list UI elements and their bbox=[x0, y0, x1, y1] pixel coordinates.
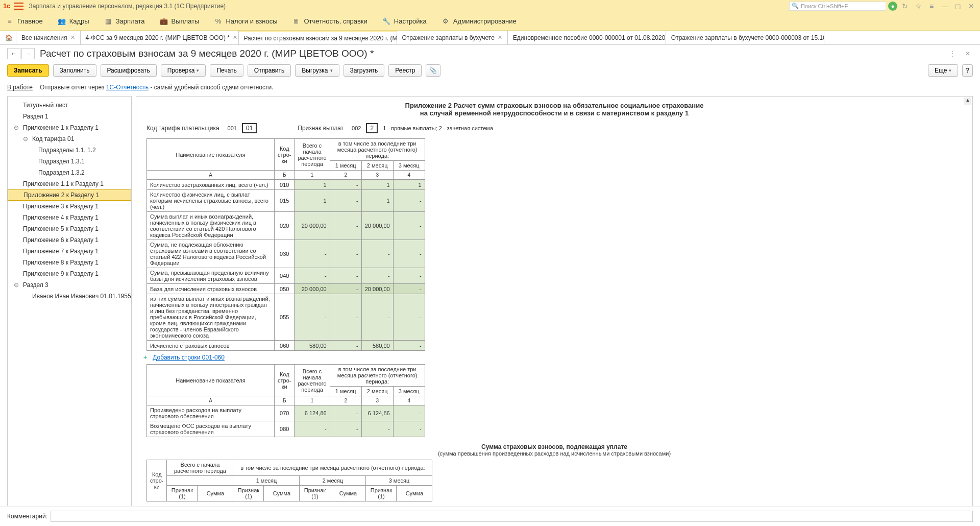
menu-main[interactable]: ≡Главное bbox=[5, 17, 43, 26]
tree-label: Раздел 3 bbox=[23, 281, 48, 289]
global-search[interactable]: 🔍 Поиск Ctrl+Shift+F bbox=[789, 2, 886, 11]
tree-node[interactable]: Приложение 4 к Разделу 1 bbox=[8, 212, 131, 223]
star-icon[interactable]: ☆ bbox=[913, 1, 924, 12]
registry-button[interactable]: Реестр bbox=[388, 64, 422, 77]
tree-node[interactable]: Подраздел 1.3.1 bbox=[8, 156, 131, 167]
menu-admin[interactable]: ⚙Администрирование bbox=[441, 17, 517, 26]
table-row[interactable]: Сумма выплат и иных вознаграждений, начи… bbox=[147, 212, 425, 240]
table-row[interactable]: Исчислено страховых взносов 060 580,00 -… bbox=[147, 341, 425, 351]
tree-node[interactable]: Приложение 2 к Разделу 1 bbox=[8, 189, 131, 201]
report-content[interactable]: ▲ Приложение 2 Расчет сумм страховых взн… bbox=[136, 96, 973, 510]
status-badge[interactable]: В работе bbox=[7, 84, 33, 91]
notification-icon[interactable]: ● bbox=[888, 2, 897, 11]
help-button[interactable]: ? bbox=[962, 64, 973, 77]
menu-nalogi[interactable]: %Налоги и взносы bbox=[213, 17, 277, 26]
maximize-icon[interactable]: ◻ bbox=[952, 1, 964, 12]
tree-node[interactable]: Раздел 1 bbox=[8, 111, 131, 122]
tree-node[interactable]: Титульный лист bbox=[8, 100, 131, 111]
export-button[interactable]: Выгрузка bbox=[295, 64, 339, 77]
briefcase-icon: 💼 bbox=[159, 17, 168, 26]
tree-node[interactable]: ⊖Приложение 1 к Разделу 1 bbox=[8, 122, 131, 133]
close-icon[interactable]: ✕ bbox=[233, 34, 237, 41]
attachment-button[interactable]: 📎 bbox=[426, 64, 440, 77]
tree-label: Приложение 7 к Разделу 1 bbox=[23, 248, 99, 255]
status-line: В работе Отправьте отчет через 1С-Отчетн… bbox=[0, 82, 980, 96]
save-button[interactable]: Записать bbox=[7, 64, 49, 77]
nav-tree[interactable]: Титульный листРаздел 1⊖Приложение 1 к Ра… bbox=[7, 96, 132, 510]
decode-button[interactable]: Расшифровать bbox=[101, 64, 157, 77]
table-row[interactable]: Сумма, превышающая предельную величину б… bbox=[147, 268, 425, 284]
tree-node[interactable]: Приложение 3 к Разделу 1 bbox=[8, 201, 131, 212]
table-row[interactable]: Количество физических лиц, с выплат кото… bbox=[147, 190, 425, 212]
tree-node[interactable]: Приложение 9 к Разделу 1 bbox=[8, 268, 131, 279]
report-table-3: Код стро­ки Всего с начала расчетного пе… bbox=[146, 460, 432, 501]
sub-title2: (сумма превышения произведенных расходов… bbox=[142, 450, 966, 457]
tariff-value[interactable]: 01 bbox=[242, 123, 257, 133]
tab-5[interactable]: Отражение зарплаты в бухучете 0000-00000… bbox=[666, 31, 824, 44]
menu-icon[interactable]: ≡ bbox=[926, 1, 937, 12]
table-row[interactable]: База для исчисления страховых взносов 05… bbox=[147, 284, 425, 294]
send-button[interactable]: Отправить bbox=[248, 64, 291, 77]
table-row[interactable]: Сумма, не подлежащая обложению страховым… bbox=[147, 240, 425, 268]
close-icon[interactable]: ✕ bbox=[966, 1, 977, 12]
tree-node[interactable]: Приложение 8 к Разделу 1 bbox=[8, 257, 131, 268]
report-link[interactable]: 1С-Отчетность bbox=[106, 84, 149, 91]
tab-2[interactable]: Расчет по страховым взносам за 9 месяцев… bbox=[239, 31, 397, 44]
tab-4[interactable]: Единовременное пособие 0000-000001 от 01… bbox=[508, 31, 666, 44]
options-icon[interactable]: ⋮ bbox=[947, 50, 958, 57]
people-icon: 👥 bbox=[57, 17, 66, 26]
tree-node[interactable]: Иванов Иван Иванович 01.01.1955 bbox=[8, 291, 131, 302]
tree-node[interactable]: Приложение 7 к Разделу 1 bbox=[8, 246, 131, 257]
more-button[interactable]: Еще bbox=[928, 64, 958, 77]
home-tab[interactable]: 🏠 bbox=[2, 31, 16, 44]
tree-toggle-icon[interactable]: ⊖ bbox=[14, 281, 20, 289]
tree-label: Приложение 5 к Разделу 1 bbox=[23, 225, 99, 232]
fill-button[interactable]: Заполнить bbox=[53, 64, 96, 77]
tree-label: Приложение 6 к Разделу 1 bbox=[23, 236, 99, 244]
tree-label: Приложение 8 к Разделу 1 bbox=[23, 259, 99, 266]
table-row[interactable]: из них сумма выплат и иных вознаграждени… bbox=[147, 294, 425, 341]
minimize-icon[interactable]: — bbox=[939, 1, 950, 12]
close-icon[interactable]: ✕ bbox=[498, 34, 502, 41]
report-table-1: Наименование показателя Код стро­ки Всег… bbox=[146, 138, 425, 351]
load-button[interactable]: Загрузить bbox=[344, 64, 385, 77]
burger-icon[interactable] bbox=[14, 3, 23, 10]
tree-node[interactable]: Приложение 6 к Разделу 1 bbox=[8, 234, 131, 246]
tree-node[interactable]: Подраздел 1.3.2 bbox=[8, 167, 131, 178]
forward-button[interactable]: → bbox=[21, 48, 35, 59]
tree-label: Приложение 1 к Разделу 1 bbox=[23, 124, 99, 131]
check-button[interactable]: Проверка bbox=[161, 64, 206, 77]
tree-node[interactable]: Подразделы 1.1, 1.2 bbox=[8, 145, 131, 156]
toolbar: Записать Заполнить Расшифровать Проверка… bbox=[0, 62, 980, 82]
sign-value[interactable]: 2 bbox=[366, 123, 378, 133]
scroll-top-icon[interactable]: ▲ bbox=[964, 98, 971, 105]
back-button[interactable]: ← bbox=[7, 48, 20, 59]
table-row[interactable]: Количество застрахованных лиц, всего (че… bbox=[147, 180, 425, 190]
menu-vyplaty[interactable]: 💼Выплаты bbox=[159, 17, 200, 26]
history-icon[interactable]: ↻ bbox=[899, 1, 911, 12]
menu-kadry[interactable]: 👥Кадры bbox=[57, 17, 89, 26]
menu-nastroika[interactable]: 🔧Настройка bbox=[382, 17, 427, 26]
plus-icon[interactable]: + bbox=[143, 354, 147, 361]
percent-icon: % bbox=[213, 17, 223, 26]
table-row[interactable]: Произведено расходов на выплату страхово… bbox=[147, 405, 425, 421]
tree-node[interactable]: ⊖Раздел 3 bbox=[8, 279, 131, 291]
tree-label: Подраздел 1.3.1 bbox=[38, 158, 85, 165]
tree-toggle-icon[interactable]: ⊖ bbox=[14, 124, 20, 131]
document-icon: 🗎 bbox=[292, 17, 301, 26]
tree-node[interactable]: Приложение 5 к Разделу 1 bbox=[8, 223, 131, 234]
table-row[interactable]: Возмещено ФСС расходов на выплату страхо… bbox=[147, 421, 425, 437]
print-button[interactable]: Печать bbox=[210, 64, 243, 77]
tree-node[interactable]: Приложение 1.1 к Разделу 1 bbox=[8, 178, 131, 189]
add-rows-link[interactable]: Добавить строки 001-060 bbox=[153, 354, 225, 361]
close-page-icon[interactable]: ✕ bbox=[963, 50, 973, 57]
close-icon[interactable]: ✕ bbox=[70, 34, 75, 41]
tree-toggle-icon[interactable]: ⊖ bbox=[23, 135, 29, 142]
tab-0[interactable]: Все начисления✕ bbox=[16, 31, 81, 44]
tab-3[interactable]: Отражение зарплаты в бухучете✕ bbox=[397, 31, 508, 44]
tree-node[interactable]: ⊖Код тарифа 01 bbox=[8, 133, 131, 145]
menu-zarplata[interactable]: ▦Зарплата bbox=[104, 17, 145, 26]
param-row: Код тарифа плательщика 001 01 Признак вы… bbox=[146, 123, 962, 133]
tab-1[interactable]: 4-ФСС за 9 месяцев 2020 г. (МИР ЦВЕТОВ О… bbox=[81, 31, 239, 44]
menu-otchet[interactable]: 🗎Отчетность, справки bbox=[292, 17, 368, 26]
